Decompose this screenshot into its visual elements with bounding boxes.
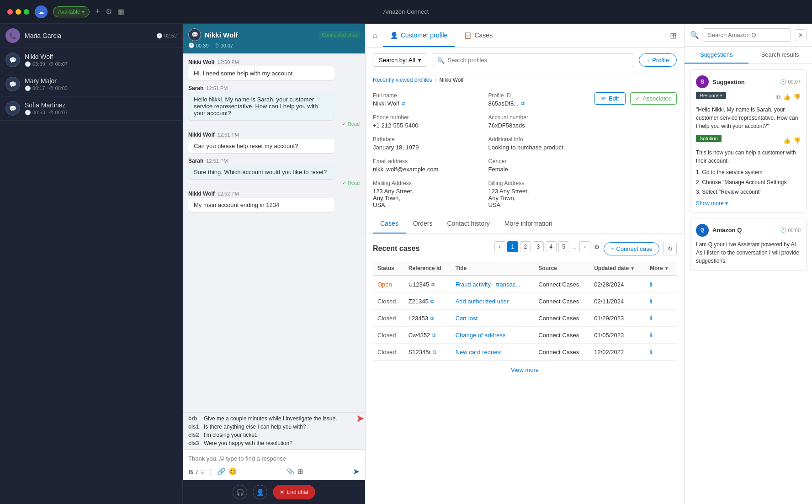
msg-time-3: 12:51 PM — [218, 132, 239, 138]
home-icon[interactable]: ⌂ — [373, 32, 377, 40]
copy-ref-2[interactable]: ⧉ — [430, 298, 434, 304]
page-5-button[interactable]: 5 — [558, 241, 569, 252]
calendar-icon[interactable]: ▦ — [117, 7, 124, 16]
case-link-1[interactable]: Fraud activity - transac... — [456, 281, 520, 288]
view-more-button[interactable]: View more — [373, 361, 677, 379]
copy-action-icon[interactable]: ⧉ — [776, 94, 780, 101]
q-clear-button[interactable]: ✕ — [795, 29, 807, 41]
italic-icon[interactable]: I — [196, 468, 198, 476]
copy-ref-4[interactable]: ⧉ — [432, 332, 435, 338]
thumbs-down-icon[interactable]: 👎 — [793, 94, 801, 101]
numbered-list-icon[interactable]: ⋮ — [207, 467, 214, 476]
tab-cases[interactable]: 📋 Cases — [456, 24, 500, 47]
copy-id-icon[interactable]: ⧉ — [521, 101, 525, 106]
copy-ref-5[interactable]: ⧉ — [433, 349, 436, 355]
copy-ref-3[interactable]: ⧉ — [430, 315, 434, 321]
tab-contact-history[interactable]: Contact history — [440, 214, 497, 233]
copy-ref-1[interactable]: ⧉ — [431, 281, 435, 287]
available-label: Available — [58, 9, 80, 15]
col-updated[interactable]: Updated date ▼ — [589, 261, 645, 276]
bullet-list-icon[interactable]: ≡ — [201, 468, 205, 476]
col-source: Source — [534, 261, 589, 276]
contact-item-maria[interactable]: 📞 Maria Garcia 🕐 02:52 — [0, 24, 182, 48]
case-link-4[interactable]: Change of address — [456, 332, 506, 339]
available-button[interactable]: Available ▾ — [53, 6, 90, 17]
send-button[interactable]: ➤ — [353, 467, 360, 477]
quick-reply-cls1[interactable]: cls1 Is there anything else I can help y… — [188, 424, 360, 430]
case-link-5[interactable]: New card request — [456, 349, 502, 355]
profile-button[interactable]: 👤 — [253, 485, 267, 499]
page-2-button[interactable]: 2 — [520, 241, 531, 252]
quick-reply-text-brb: Give me a couple minutes while I investi… — [204, 415, 337, 422]
message-1: Nikki Wolf 12:50 PM Hi. I need some help… — [188, 59, 360, 80]
page-settings-icon[interactable]: ⚙ — [594, 243, 600, 250]
info-icon-5[interactable]: ℹ — [650, 348, 652, 355]
contact-item-mary[interactable]: 💬 Mary Major 🕐 00:17 ⏱ 00:03 — [0, 72, 182, 96]
tab-more-info[interactable]: More information — [497, 214, 560, 233]
edit-button[interactable]: ✏ Edit — [594, 92, 626, 105]
maximize-button[interactable] — [24, 9, 29, 15]
chat-icon-sofia: 💬 — [9, 105, 16, 112]
quick-reply-cls2[interactable]: cls2 I'm closing your ticket. — [188, 432, 360, 438]
contact-item-nikki-top[interactable]: 💬 Nikki Wolf 🕐 03:39 ⏱ 00:07 — [0, 48, 182, 72]
status-closed-2: Closed — [377, 298, 396, 305]
info-icon-2[interactable]: ℹ — [650, 297, 652, 305]
emoji-icon[interactable]: 😊 — [228, 467, 237, 476]
q-card-title-2: Amazon Q — [712, 227, 742, 233]
case-link-3[interactable]: Cart lost — [456, 315, 478, 322]
search-icon: 🔍 — [437, 57, 445, 64]
refresh-button[interactable]: ↻ — [663, 242, 677, 255]
copy-name-icon[interactable]: ⧉ — [402, 101, 405, 106]
prev-page-button[interactable]: ‹ — [494, 241, 505, 252]
tab-suggestions[interactable]: Suggestions — [685, 47, 748, 64]
connect-case-button[interactable]: + Connect case — [604, 242, 659, 255]
search-profiles-input[interactable] — [433, 53, 633, 67]
minimize-button[interactable] — [16, 9, 21, 15]
page-1-button[interactable]: 1 — [507, 241, 518, 252]
tab-customer-profile[interactable]: 👤 Customer profile — [383, 24, 455, 47]
traffic-lights — [7, 9, 29, 15]
add-icon[interactable]: + — [95, 7, 100, 16]
case-link-2[interactable]: Add authorized user — [456, 298, 509, 305]
contact-item-sofia[interactable]: 💬 Sofia Martinez 🕐 00:53 ⏱ 00:07 — [0, 96, 182, 121]
quick-reply-brb[interactable]: brb Give me a couple minutes while I inv… — [188, 415, 360, 422]
screen-share-icon[interactable]: ⊞ — [297, 467, 303, 476]
breadcrumb-link[interactable]: Recently viewed profiles — [373, 77, 432, 83]
bold-icon[interactable]: B — [188, 468, 193, 476]
tab-search-results[interactable]: Search results — [748, 47, 812, 64]
headset-button[interactable]: 🎧 — [233, 485, 247, 499]
profile-button-toolbar[interactable]: + Profile — [639, 53, 677, 67]
thumbs-up-solution-icon[interactable]: 👍 — [783, 137, 791, 144]
search-by-select[interactable]: Search by: All ▾ — [373, 53, 427, 67]
grid-icon[interactable]: ⊞ — [670, 31, 677, 41]
settings-icon[interactable]: ⚙ — [106, 7, 112, 16]
msg-sender-4: Sarah — [188, 158, 203, 164]
response-label: Response — [696, 92, 726, 99]
q-card-title-1: Suggestion — [712, 79, 745, 85]
quick-reply-cls3[interactable]: cls3 Were you happy with the resolution? — [188, 440, 360, 446]
tab-cases-sub[interactable]: Cases — [373, 214, 406, 233]
close-button[interactable] — [7, 9, 13, 15]
more-arrow-icon: ▼ — [664, 266, 669, 271]
col-more[interactable]: More ▼ — [645, 261, 677, 276]
attachment-icon[interactable]: 📎 — [286, 467, 295, 476]
contact-meta-nikki-top: 🕐 03:39 ⏱ 00:07 — [25, 61, 177, 67]
page-3-button[interactable]: 3 — [533, 241, 544, 252]
info-icon-1[interactable]: ℹ — [650, 281, 652, 288]
info-icon-4[interactable]: ℹ — [650, 331, 652, 339]
info-icon-3[interactable]: ℹ — [650, 314, 652, 322]
cases-tab-icon: 📋 — [464, 32, 472, 39]
tab-orders[interactable]: Orders — [406, 214, 440, 233]
chat-icon-active: 💬 — [191, 32, 198, 38]
show-more-button[interactable]: Show more ▾ — [696, 200, 801, 207]
chat-input[interactable] — [188, 453, 360, 464]
next-page-button[interactable]: › — [579, 241, 590, 252]
q-search-input[interactable] — [703, 28, 791, 42]
timer-icon-2: ⏱ — [49, 85, 54, 91]
end-chat-button[interactable]: ✕ End chat — [273, 485, 315, 499]
thumbs-down-solution-icon[interactable]: 👎 — [793, 137, 801, 144]
q-response-text: "Hello Nikki. My name is Sarah, your cus… — [696, 106, 801, 130]
thumbs-up-icon[interactable]: 👍 — [783, 94, 791, 101]
link-icon[interactable]: 🔗 — [217, 467, 226, 476]
page-4-button[interactable]: 4 — [546, 241, 557, 252]
